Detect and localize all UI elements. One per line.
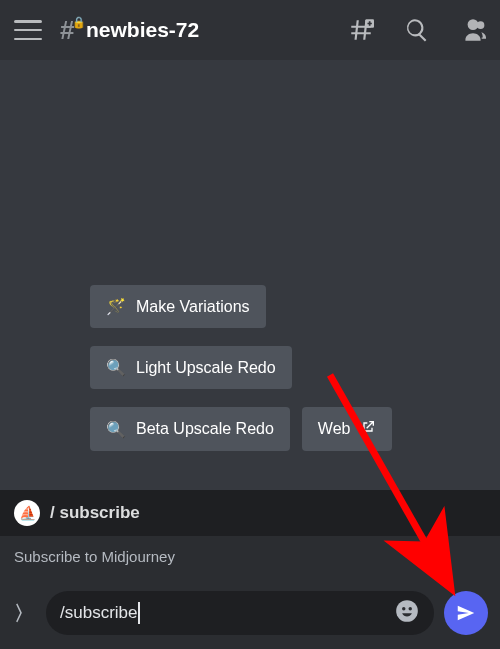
send-button[interactable] <box>444 591 488 635</box>
input-bar: 〉 /subscribe <box>0 581 500 649</box>
button-label: Beta Upscale Redo <box>136 420 274 438</box>
message-input[interactable]: /subscribe <box>46 591 434 635</box>
app-header: # 🔒 newbies-72 <box>0 0 500 60</box>
svg-point-3 <box>409 607 412 610</box>
members-icon[interactable] <box>460 17 486 43</box>
command-name: / subscribe <box>50 503 140 523</box>
command-suggestion-panel: ⛵ / subscribe Subscribe to Midjourney <box>0 490 500 581</box>
svg-point-1 <box>396 600 418 622</box>
channel-name-text: newbies-72 <box>86 18 199 42</box>
button-label: Make Variations <box>136 298 250 316</box>
expand-icon[interactable]: 〉 <box>12 600 36 627</box>
search-icon[interactable] <box>404 17 430 43</box>
web-button[interactable]: Web <box>302 407 393 451</box>
threads-icon[interactable] <box>348 17 374 43</box>
wand-icon: 🪄 <box>106 297 126 316</box>
button-label: Light Upscale Redo <box>136 359 276 377</box>
svg-point-2 <box>402 607 405 610</box>
button-label: Web <box>318 420 351 438</box>
magnifier-icon: 🔍 <box>106 420 126 439</box>
menu-icon[interactable] <box>14 20 42 40</box>
channel-hash-icon: # 🔒 <box>60 18 80 42</box>
typed-text: /subscribe <box>60 603 137 623</box>
text-caret <box>138 602 140 624</box>
command-description: Subscribe to Midjourney <box>0 536 500 581</box>
light-upscale-redo-button[interactable]: 🔍 Light Upscale Redo <box>90 346 292 389</box>
message-area: 🪄 Make Variations 🔍 Light Upscale Redo 🔍… <box>0 60 500 490</box>
channel-title[interactable]: # 🔒 newbies-72 <box>60 18 199 42</box>
lock-icon: 🔒 <box>72 16 86 29</box>
external-link-icon <box>360 419 376 439</box>
bot-avatar: ⛵ <box>14 500 40 526</box>
command-suggestion-item[interactable]: ⛵ / subscribe <box>0 490 500 536</box>
emoji-picker-icon[interactable] <box>394 598 420 628</box>
make-variations-button[interactable]: 🪄 Make Variations <box>90 285 266 328</box>
header-actions <box>348 17 486 43</box>
beta-upscale-redo-button[interactable]: 🔍 Beta Upscale Redo <box>90 407 290 451</box>
bot-avatar-glyph: ⛵ <box>19 505 36 521</box>
magnifier-icon: 🔍 <box>106 358 126 377</box>
